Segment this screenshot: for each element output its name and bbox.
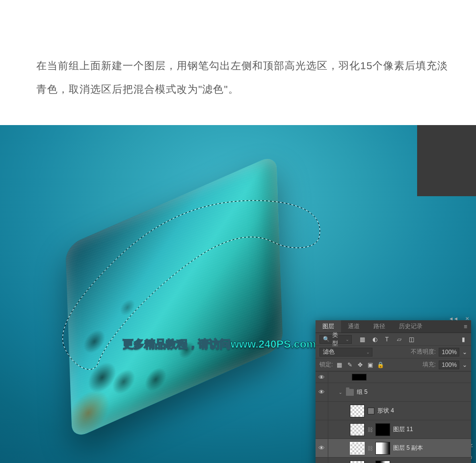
lock-paint-icon[interactable]: ✎ (346, 361, 353, 368)
visibility-toggle[interactable] (316, 420, 328, 438)
artwork-phone (25, 164, 299, 424)
layer-row-shape4[interactable]: 形状 4 (316, 402, 471, 420)
visibility-toggle[interactable]: 👁 (316, 439, 328, 457)
filter-shape-icon[interactable]: ▱ (396, 335, 403, 343)
photoshop-pasteboard (417, 125, 476, 196)
opacity-label: 不透明度: (411, 348, 436, 356)
caption-part1: 更多精品教程，请访问 (123, 337, 231, 352)
visibility-toggle[interactable]: 👁 (316, 458, 328, 463)
opacity-input[interactable]: 100% (439, 348, 459, 357)
layer-row-layer11[interactable]: ⛓ 图层 11 (316, 420, 471, 439)
mask-link-icon[interactable]: ⛓ (368, 423, 372, 436)
visibility-toggle[interactable]: 👁 (316, 383, 328, 401)
layer-thumb (350, 423, 365, 436)
visibility-toggle[interactable]: 👁 (316, 372, 328, 383)
lock-label: 锁定: (319, 360, 333, 369)
layer-filter-type[interactable]: 🔍 类型 ⌄ (319, 335, 352, 344)
mask-thumb (375, 461, 390, 463)
tab-channels[interactable]: 通道 (341, 320, 367, 333)
blend-mode-select[interactable]: 滤色 ⌄ (319, 348, 372, 357)
layer-row-group5[interactable]: 👁 ⌄ 组 5 (316, 383, 471, 402)
filter-adjust-icon[interactable]: ◐ (371, 335, 378, 343)
fill-stepper[interactable]: ⌄ (462, 361, 467, 368)
shape-badge-icon (368, 408, 374, 414)
lock-position-icon[interactable]: ✥ (356, 361, 364, 368)
layer-thumb (350, 405, 365, 417)
tab-history[interactable]: 历史记录 (392, 320, 429, 333)
lock-artboard-icon[interactable]: ▣ (367, 361, 374, 368)
layer-row-layer5copy[interactable]: 👁 ⛓ 图层 5 副本 (316, 439, 471, 458)
caption-part2: www.240PS.com (231, 338, 316, 351)
lock-all-icon[interactable]: 🔒 (377, 361, 384, 368)
filter-type-label: 类型 (332, 331, 343, 348)
mask-thumb (375, 442, 390, 455)
layer-name[interactable]: 图层 5 副本 (393, 444, 423, 452)
panel-collapse-bar[interactable]: ◄◄✕ (449, 316, 469, 321)
layer-row-partial-top[interactable]: 👁 (316, 371, 471, 383)
folder-icon (346, 389, 354, 396)
fill-input[interactable]: 100% (439, 360, 459, 369)
layer-thumb (350, 442, 365, 455)
mask-thumb (375, 423, 390, 436)
layer-thumb (350, 461, 365, 463)
canvas-area: 更多精品教程，请访问 www.240PS.com PS 爱好者 www.psah… (0, 125, 476, 463)
layer-list: 👁 👁 ⌄ 组 5 形状 4 (316, 371, 471, 463)
filter-smart-icon[interactable]: ◫ (408, 335, 415, 343)
filter-toggle-icon[interactable]: ▮ (460, 335, 467, 343)
filter-row: 🔍 类型 ⌄ ▦ ◐ T ▱ ◫ ▮ (316, 333, 471, 346)
filter-pixel-icon[interactable]: ▦ (359, 335, 366, 343)
phone-edge-highlight (65, 154, 283, 440)
lock-transparency-icon[interactable]: ▦ (336, 361, 343, 368)
caption-text: 更多精品教程，请访问 www.240PS.com (123, 337, 316, 352)
mask-link-icon[interactable]: ⛓ (368, 461, 372, 463)
instruction-text: 在当前组上面新建一个图层，用钢笔勾出左侧和顶部高光选区，羽化15个像素后填充淡青… (36, 54, 456, 102)
opacity-stepper[interactable]: ⌄ (462, 349, 467, 356)
blend-row: 滤色 ⌄ 不透明度: 100% ⌄ (316, 346, 471, 359)
blend-mode-value: 滤色 (323, 348, 335, 356)
phone-body (65, 154, 283, 440)
lock-row: 锁定: ▦ ✎ ✥ ▣ 🔒 填充: 100% ⌄ (316, 359, 471, 371)
layers-panel: ◄◄✕ 图层 通道 路径 历史记录 ≡ 🔍 类型 ⌄ ▦ ◐ T ▱ ◫ ▮ (316, 320, 471, 463)
layer-row-layer5copy2[interactable]: 👁 ⛓ 图层 5 副本 2 🔒 (316, 458, 471, 463)
visibility-toggle[interactable] (316, 402, 328, 420)
tab-paths[interactable]: 路径 (367, 320, 392, 333)
panel-menu-icon[interactable]: ≡ (460, 320, 471, 333)
filter-type-icon[interactable]: T (383, 335, 391, 343)
layer-name[interactable]: 图层 11 (393, 425, 413, 434)
layer-name[interactable]: 形状 4 (377, 407, 394, 415)
mask-link-icon[interactable]: ⛓ (368, 442, 372, 455)
fill-label: 填充: (423, 360, 436, 369)
group-twist-icon[interactable]: ⌄ (338, 390, 343, 395)
layer-name[interactable]: 组 5 (357, 388, 368, 396)
